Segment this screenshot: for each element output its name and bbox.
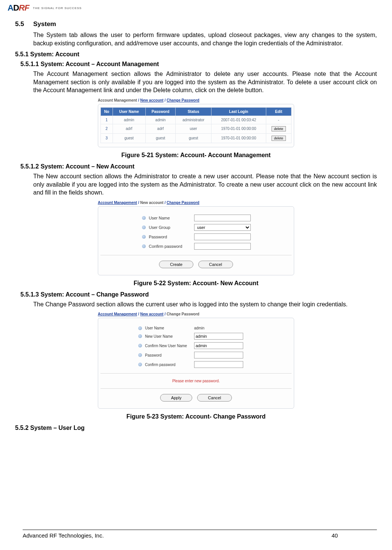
table-row: 3 guest guest guest 1970-01-01 00:00:00 …	[101, 133, 292, 143]
body-5.5: The System tab allows the user to perfor…	[33, 31, 377, 47]
form-row: Confirm password	[100, 243, 292, 250]
crumb-new-account-link[interactable]: New account	[140, 98, 164, 102]
bullet-icon	[142, 235, 146, 239]
heading-5.5.2: 5.5.2 System – User Log	[15, 425, 377, 431]
label-password: Password	[145, 353, 194, 357]
bullet-icon	[142, 216, 146, 220]
col-no: No	[101, 107, 113, 116]
bullet-icon	[138, 353, 142, 357]
crumb-change-password: Change Password	[167, 312, 199, 316]
form-row: New User Name	[100, 333, 292, 340]
confirm-password-input[interactable]	[194, 361, 243, 368]
body-5.5.1.1: The Account Management section allows th…	[33, 70, 377, 94]
figure-caption-5-21: Figure 5-21 System: Account- Account Man…	[15, 152, 377, 159]
heading-5.5.1.1: 5.5.1.1 System: Account – Account Manage…	[20, 61, 377, 68]
divider	[100, 255, 292, 255]
footer-page-number: 40	[332, 532, 377, 539]
password-input[interactable]	[194, 233, 251, 240]
bullet-icon	[138, 334, 142, 338]
username-input[interactable]	[194, 215, 251, 221]
footer-company: Advanced RF Technologies, Inc.	[23, 532, 332, 539]
confirm-password-input[interactable]	[194, 243, 251, 250]
screenshot-account-management: Account Management / New account / Chang…	[98, 98, 294, 147]
label-usergroup: User Group	[149, 225, 194, 230]
change-password-panel: User Name admin New User Name Confirm Ne…	[98, 318, 294, 409]
label-username: User Name	[149, 216, 194, 220]
divider	[100, 373, 292, 374]
apply-button[interactable]: Apply	[160, 394, 193, 402]
username-value: admin	[194, 326, 204, 330]
crumb-new-account: New account	[140, 201, 164, 205]
form-row: Password	[100, 352, 292, 358]
label-password: Password	[149, 235, 194, 239]
divider	[100, 388, 292, 389]
breadcrumb: Account Management / New account / Chang…	[98, 312, 294, 316]
warning-text: Please enter new password.	[100, 379, 292, 383]
cancel-button[interactable]: Cancel	[197, 394, 232, 402]
figure-caption-5-22: Figure 5-22 System: Account- New Account	[15, 280, 377, 287]
table-row: 2 adrf adrf user 1970-01-01 00:00:00 del…	[101, 124, 292, 133]
label-username: User Name	[145, 326, 194, 330]
label-confirm-password: Confirm password	[149, 244, 194, 249]
screenshot-new-account: Account Management / New account / Chang…	[98, 201, 294, 275]
crumb-change-password-link[interactable]: Change Password	[167, 98, 199, 102]
breadcrumb: Account Management / New account / Chang…	[98, 98, 294, 102]
usergroup-select[interactable]: user	[194, 224, 251, 231]
body-5.5.1.3: The Change Password section allows the c…	[33, 300, 377, 309]
delete-button[interactable]: delete	[272, 126, 286, 131]
new-account-panel: User Name User Group user Password Confi…	[98, 206, 294, 275]
label-confirm-new-username: Confirm New User Name	[145, 344, 194, 348]
page-footer: Advanced RF Technologies, Inc. 40	[23, 530, 377, 539]
label-new-username: New User Name	[145, 334, 194, 338]
form-row: User Name	[100, 215, 292, 221]
crumb-account-mgmt: Account Management	[98, 98, 137, 102]
col-user: User Name	[113, 107, 145, 116]
form-row: User Name admin	[100, 326, 292, 330]
table-row: 1 admin admin administrator 2007-01-01 0…	[101, 116, 292, 124]
bullet-icon	[142, 244, 146, 248]
form-row: Confirm New User Name	[100, 342, 292, 349]
col-status: Status	[176, 107, 211, 116]
bullet-icon	[138, 344, 142, 348]
heading-5.5.1: 5.5.1 System: Account	[15, 51, 377, 58]
heading-5.5: 5.5System	[15, 20, 377, 28]
crumb-account-mgmt-link[interactable]: Account Management	[98, 312, 137, 316]
account-table-panel: No User Name Password Status Last Login …	[98, 104, 294, 147]
crumb-change-password-link[interactable]: Change Password	[167, 201, 199, 205]
col-pw: Password	[145, 107, 176, 116]
form-row: User Group user	[100, 224, 292, 231]
figure-caption-5-23: Figure 5-23 System: Account- Change Pass…	[15, 413, 377, 420]
col-edit: Edit	[266, 107, 291, 116]
form-row: Confirm password	[100, 361, 292, 368]
new-username-input[interactable]	[194, 333, 243, 340]
crumb-new-account-link[interactable]: New account	[140, 312, 164, 316]
delete-button[interactable]: delete	[272, 136, 286, 141]
heading-5.5.1.3: 5.5.1.3 System: Account – Change Passwor…	[20, 291, 377, 298]
bullet-icon	[138, 363, 142, 366]
heading-5.5.1.2: 5.5.1.2 System: Account – New Account	[20, 163, 377, 170]
tagline: THE SIGNAL FOR SUCCESS	[33, 6, 82, 10]
breadcrumb: Account Management / New account / Chang…	[98, 201, 294, 205]
account-table: No User Name Password Status Last Login …	[100, 107, 292, 143]
header-logo: ADRF THE SIGNAL FOR SUCCESS	[0, 0, 392, 16]
bullet-icon	[142, 226, 146, 229]
bullet-icon	[138, 326, 142, 330]
body-5.5.1.2: The New account section allows the Admin…	[33, 172, 377, 197]
screenshot-change-password: Account Management / New account / Chang…	[98, 312, 294, 409]
confirm-new-username-input[interactable]	[194, 342, 243, 349]
brand-logo: ADRF	[8, 3, 29, 13]
password-input[interactable]	[194, 352, 243, 358]
create-button[interactable]: Create	[159, 261, 193, 268]
cancel-button[interactable]: Cancel	[198, 261, 233, 268]
crumb-account-mgmt-link[interactable]: Account Management	[98, 201, 137, 205]
col-last: Last Login	[211, 107, 266, 116]
label-confirm-password: Confirm password	[145, 363, 194, 367]
form-row: Password	[100, 233, 292, 240]
